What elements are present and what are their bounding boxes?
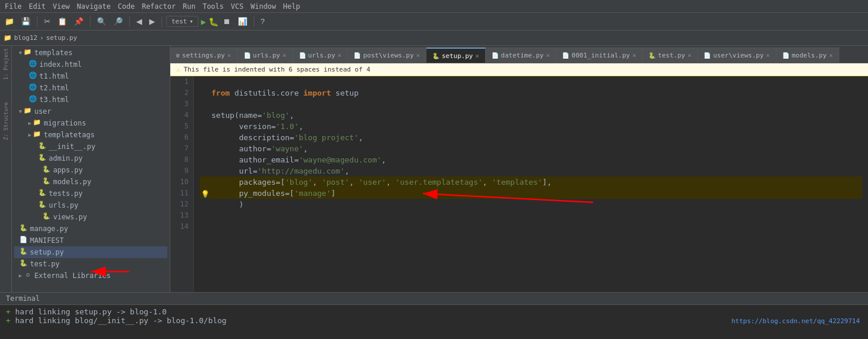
tab-user-views-py-close[interactable]: ×	[766, 52, 770, 59]
folder-templates[interactable]: ▼ 📁 templates	[14, 47, 167, 59]
tab-test-py-close[interactable]: ×	[688, 52, 692, 59]
code-content[interactable]: from distutils.core import setup setup(n…	[194, 76, 868, 292]
file-t3-html[interactable]: 🌐 t3.html	[14, 94, 167, 106]
toolbar-copy[interactable]: 📋	[55, 16, 69, 27]
toolbar-paste[interactable]: 📌	[72, 16, 86, 27]
tab-test-py-label: test.py	[658, 52, 685, 59]
tab-test-py[interactable]: 🐍 test.py ×	[642, 48, 698, 63]
tab-0001-initial-py[interactable]: 📄 0001_initial.py ×	[556, 48, 642, 63]
menu-refactor[interactable]: Refactor	[142, 2, 176, 11]
tab-setup-py[interactable]: 🐍 setup.py ×	[426, 48, 486, 63]
tab-post-views-py[interactable]: 📄 post\views.py ×	[348, 48, 426, 63]
tab-user-views-py-label: user\views.py	[713, 52, 763, 59]
menu-help[interactable]: Help	[283, 2, 300, 11]
toolbar-help[interactable]: ?	[258, 16, 267, 27]
file-t2-html[interactable]: 🌐 t2.html	[14, 82, 167, 94]
tab-user-views-py[interactable]: 📄 user\views.py ×	[698, 48, 776, 63]
code-line-14	[200, 221, 862, 232]
file-models-py[interactable]: ▶ 🐍 models.py	[14, 176, 167, 188]
models-file-icon: 📄	[782, 52, 789, 59]
tab-models-py-label: models.py	[792, 52, 827, 59]
menu-edit[interactable]: Edit	[29, 2, 46, 11]
folder-external-libs[interactable]: ▶ ⚙ External Libraries	[14, 270, 167, 282]
file-index-html[interactable]: 🌐 index.html	[14, 59, 167, 70]
toolbar-sep1	[37, 16, 38, 27]
user-views-file-icon: 📄	[704, 52, 711, 59]
toolbar-forward[interactable]: ▶	[147, 16, 157, 27]
file-admin-py[interactable]: 🐍 admin.py	[14, 152, 167, 164]
terminal-link[interactable]: https://blog.csdn.net/qq_42229714	[731, 317, 862, 325]
toolbar-sep3	[129, 16, 130, 27]
tab-setup-py-close[interactable]: ×	[475, 52, 479, 60]
folder-migrations[interactable]: ▶ 📁 migrations	[14, 117, 167, 129]
warning-banner: ⚠ This file is indented with 6 spaces in…	[170, 63, 868, 76]
code-line-13	[200, 210, 862, 221]
menu-window[interactable]: Window	[251, 2, 276, 11]
tab-post-views-py-close[interactable]: ×	[416, 52, 420, 59]
folder-user-label: user	[34, 107, 51, 116]
code-line-9: url='http://magedu.com',	[200, 165, 862, 177]
main-layout: 1: Project Z: Structure ▼ 📁 templates 🌐 …	[0, 46, 868, 292]
toolbar-sep4	[162, 16, 162, 27]
file-init-py[interactable]: 🐍 __init__.py	[14, 141, 167, 152]
toolbar-find[interactable]: 🔍	[95, 16, 109, 27]
menu-file[interactable]: File	[5, 2, 22, 11]
folder-external-libs-label: External Libraries	[34, 272, 110, 280]
project-panel-icon[interactable]: 1: Project	[3, 48, 9, 80]
menu-run[interactable]: Run	[183, 2, 196, 11]
code-line-1	[200, 76, 862, 87]
run-config[interactable]: test ▾	[166, 16, 199, 27]
toolbar-replace[interactable]: 🔎	[111, 16, 125, 27]
datetime-file-icon: 📄	[492, 52, 499, 59]
tab-0001-initial-py-close[interactable]: ×	[633, 52, 637, 59]
menu-bar[interactable]: File Edit View Navigate Code Refactor Ru…	[5, 2, 300, 11]
file-tests-py[interactable]: 🐍 tests.py	[14, 188, 167, 199]
warning-icon: ⚠	[176, 66, 180, 73]
run-button[interactable]: ▶	[201, 17, 206, 26]
file-urls-py[interactable]: 🐍 urls.py	[14, 199, 167, 211]
file-name: setup.py	[46, 34, 77, 42]
menu-vcs[interactable]: VCS	[231, 2, 244, 11]
toolbar-cut[interactable]: ✂	[42, 16, 53, 27]
structure-panel-icon[interactable]: Z: Structure	[3, 102, 9, 140]
tab-datetime-py[interactable]: 📄 datetime.py ×	[486, 48, 556, 63]
tab-models-py[interactable]: 📄 models.py ×	[776, 48, 839, 63]
terminal-header: Terminal	[0, 293, 868, 305]
tab-settings-py-close[interactable]: ×	[227, 52, 231, 59]
tab-urls-py-1[interactable]: 📄 urls.py ×	[238, 48, 293, 63]
file-manifest-label: MANIFEST	[30, 236, 64, 245]
toolbar-back[interactable]: ◀	[134, 16, 144, 27]
file-manifest[interactable]: 📄 MANIFEST	[14, 235, 167, 246]
tab-settings-py[interactable]: ⚙ settings.py ×	[170, 48, 238, 63]
file-t3-html-label: t3.html	[39, 96, 69, 104]
tab-urls-py-2-close[interactable]: ×	[338, 52, 342, 59]
file-t1-html[interactable]: 🌐 t1.html	[14, 70, 167, 82]
tab-models-py-close[interactable]: ×	[829, 52, 833, 59]
toolbar-coverage[interactable]: 📊	[235, 16, 250, 27]
tab-urls-py-2[interactable]: 📄 urls.py ×	[293, 48, 348, 63]
debug-button[interactable]: 🐛	[208, 17, 218, 26]
menu-navigate[interactable]: Navigate	[77, 2, 111, 11]
code-editor[interactable]: 1 2 3 4 5 6 7 8 9 10 11 12 13 14 from di…	[170, 76, 868, 292]
menu-view[interactable]: View	[53, 2, 70, 11]
file-views-py[interactable]: ▶ 🐍 views.py	[14, 211, 167, 223]
tab-datetime-py-close[interactable]: ×	[546, 52, 550, 59]
tab-urls-py-1-close[interactable]: ×	[282, 52, 287, 59]
terminal-text-2: + hard linking blog/__init__.py -> blog-…	[6, 316, 227, 325]
setup-file-icon: 🐍	[432, 53, 439, 59]
toolbar-open[interactable]: 📁	[2, 16, 16, 27]
toolbar-save[interactable]: 💾	[19, 16, 33, 27]
file-manage-py[interactable]: 🐍 manage.py	[14, 223, 167, 235]
file-apps-py[interactable]: ▶ 🐍 apps.py	[14, 164, 167, 176]
menu-code[interactable]: Code	[118, 2, 135, 11]
menu-tools[interactable]: Tools	[203, 2, 224, 11]
urls2-file-icon: 📄	[299, 52, 306, 59]
toolbar-stop[interactable]: ⏹	[221, 16, 233, 27]
folder-templatetags[interactable]: ▶ 📁 templatetags	[14, 129, 167, 141]
file-setup-py[interactable]: 🐍 setup.py	[14, 246, 167, 258]
file-test-py[interactable]: 🐍 test.py	[14, 258, 167, 270]
toolbar: 📁 💾 ✂ 📋 📌 🔍 🔎 ◀ ▶ test ▾ ▶ 🐛 ⏹ 📊 ?	[0, 13, 868, 30]
code-line-11: 💡 py_modules=['manage']	[200, 188, 862, 199]
folder-user[interactable]: ▼ 📁 user	[14, 106, 167, 117]
terminal-line-1: + hard linking setup.py -> blog-1.0	[6, 307, 862, 316]
